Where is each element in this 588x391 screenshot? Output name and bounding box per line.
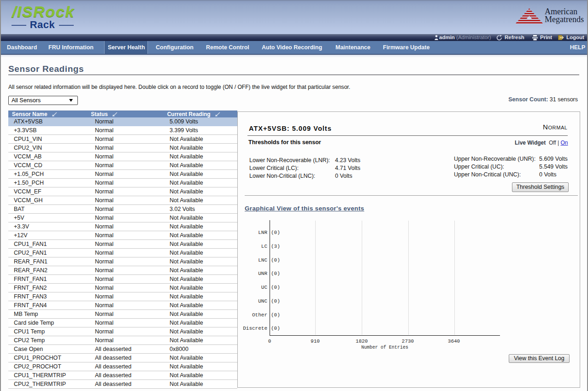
svg-text:UNC: UNC: [258, 298, 267, 304]
svg-text:(0): (0): [271, 298, 280, 304]
svg-text:Other: Other: [252, 312, 267, 318]
svg-text:UC: UC: [261, 285, 268, 290]
svg-text:1820: 1820: [356, 338, 368, 344]
svg-text:3640: 3640: [448, 338, 460, 344]
svg-text:Number of Entries: Number of Entries: [361, 345, 408, 350]
svg-text:(0): (0): [271, 257, 280, 263]
svg-text:LNC: LNC: [258, 257, 267, 263]
svg-text:(0): (0): [271, 271, 280, 276]
svg-text:(0): (0): [271, 312, 280, 318]
svg-text:(0): (0): [271, 326, 280, 331]
svg-text:Discrete: Discrete: [243, 326, 267, 331]
svg-text:0: 0: [268, 338, 271, 344]
svg-text:2730: 2730: [402, 338, 414, 344]
svg-text:LC: LC: [261, 244, 268, 249]
svg-text:(0): (0): [271, 285, 280, 290]
svg-text:910: 910: [311, 338, 320, 344]
svg-text:LNR: LNR: [258, 230, 267, 235]
svg-text:(3): (3): [271, 244, 280, 249]
svg-text:UNR: UNR: [258, 271, 267, 276]
svg-text:(0): (0): [271, 230, 280, 235]
